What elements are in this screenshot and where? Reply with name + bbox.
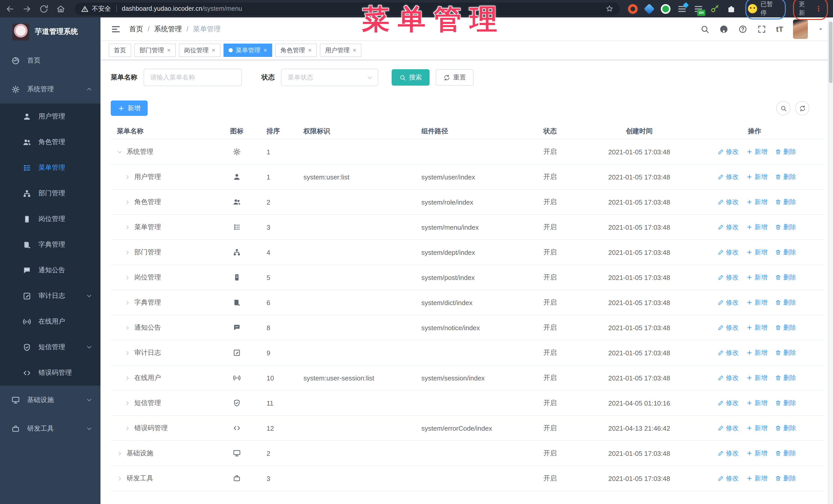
expand-chevron-icon[interactable]: [117, 476, 122, 481]
tab-close-icon[interactable]: ×: [167, 47, 171, 53]
show-search-button[interactable]: [776, 101, 790, 115]
tab-部门管理[interactable]: 部门管理×: [134, 44, 176, 57]
expand-chevron-icon[interactable]: [124, 224, 130, 230]
edit-link[interactable]: 修改: [718, 449, 739, 458]
extension-onebar-icon[interactable]: on: [694, 4, 703, 14]
add-child-link[interactable]: 新增: [746, 474, 767, 483]
sidebar-item-sms[interactable]: 短信管理: [0, 334, 100, 360]
sidebar-item-post[interactable]: 岗位管理: [0, 206, 100, 232]
add-child-link[interactable]: 新增: [746, 349, 767, 357]
sidebar-fold-icon[interactable]: [111, 24, 121, 34]
profile-paused-chip[interactable]: 已暂停: [745, 0, 786, 20]
delete-link[interactable]: 删除: [775, 198, 796, 207]
add-button[interactable]: 新增: [111, 100, 148, 116]
font-size-icon[interactable]: tT: [776, 25, 783, 33]
expand-chevron-icon[interactable]: [124, 400, 130, 406]
delete-link[interactable]: 删除: [775, 172, 796, 181]
edit-link[interactable]: 修改: [718, 474, 739, 483]
edit-link[interactable]: 修改: [718, 223, 739, 232]
edit-link[interactable]: 修改: [718, 323, 739, 332]
sidebar-item-dict[interactable]: 字典管理: [0, 232, 100, 257]
status-select[interactable]: 菜单状态: [281, 69, 378, 86]
expand-chevron-icon[interactable]: [124, 375, 130, 381]
edit-link[interactable]: 修改: [718, 349, 739, 357]
tab-close-icon[interactable]: ×: [308, 47, 312, 53]
edit-link[interactable]: 修改: [718, 399, 739, 407]
browser-reload-icon[interactable]: [39, 4, 49, 14]
add-child-link[interactable]: 新增: [746, 147, 767, 156]
edit-link[interactable]: 修改: [718, 172, 739, 181]
extension-gem-icon[interactable]: [644, 4, 654, 14]
sidebar-item-system[interactable]: 系统管理: [0, 75, 100, 103]
expand-chevron-icon[interactable]: [124, 199, 130, 205]
add-child-link[interactable]: 新增: [746, 172, 767, 181]
delete-link[interactable]: 删除: [775, 399, 796, 407]
sidebar-item-infra[interactable]: 基础设施: [0, 386, 100, 414]
tab-close-icon[interactable]: ×: [353, 47, 356, 53]
extension-donut-icon[interactable]: [628, 4, 638, 14]
sidebar-item-user[interactable]: 用户管理: [0, 103, 100, 129]
header-search-icon[interactable]: [700, 24, 710, 33]
expand-chevron-icon[interactable]: [124, 249, 130, 255]
expand-chevron-icon[interactable]: [124, 425, 130, 431]
add-child-link[interactable]: 新增: [746, 399, 767, 407]
refresh-table-button[interactable]: [795, 101, 809, 115]
browser-home-icon[interactable]: [56, 4, 66, 14]
sidebar-item-dept[interactable]: 部门管理: [0, 181, 100, 206]
edit-link[interactable]: 修改: [718, 273, 739, 282]
tab-close-icon[interactable]: ×: [263, 47, 267, 53]
add-child-link[interactable]: 新增: [746, 424, 767, 432]
expand-chevron-icon[interactable]: [117, 149, 122, 154]
tab-菜单管理[interactable]: 菜单管理×: [223, 44, 272, 57]
sidebar-item-online-user[interactable]: 在线用户: [0, 309, 100, 334]
edit-link[interactable]: 修改: [718, 248, 739, 257]
bookmark-star-icon[interactable]: [605, 5, 614, 13]
address-bar[interactable]: 不安全 dashboard.yudao.iocoder.cn/system/me…: [75, 2, 620, 15]
fullscreen-icon[interactable]: [757, 24, 766, 33]
help-icon[interactable]: [738, 24, 747, 33]
reset-button[interactable]: 重置: [436, 69, 474, 86]
sidebar-item-home[interactable]: 首页: [0, 46, 100, 75]
app-logo-row[interactable]: 芋道管理系统: [0, 18, 100, 46]
tab-岗位管理[interactable]: 岗位管理×: [179, 44, 220, 57]
tab-角色管理[interactable]: 角色管理×: [275, 44, 317, 57]
delete-link[interactable]: 删除: [775, 474, 796, 483]
expand-chevron-icon[interactable]: [124, 174, 130, 180]
sidebar-item-menu[interactable]: 菜单管理: [0, 155, 100, 181]
add-child-link[interactable]: 新增: [746, 198, 767, 207]
sidebar-item-notice[interactable]: 通知公告: [0, 257, 100, 283]
add-child-link[interactable]: 新增: [746, 298, 767, 307]
expand-chevron-icon[interactable]: [117, 450, 122, 456]
browser-forward-icon[interactable]: [22, 4, 32, 14]
scrollbar-thumb[interactable]: [829, 22, 832, 83]
edit-link[interactable]: 修改: [718, 374, 739, 382]
tab-用户管理[interactable]: 用户管理×: [320, 44, 361, 57]
tab-close-icon[interactable]: ×: [212, 47, 215, 53]
tab-首页[interactable]: 首页: [109, 44, 131, 57]
add-child-link[interactable]: 新增: [746, 323, 767, 332]
avatar-caret-down-icon[interactable]: [818, 26, 824, 32]
edit-link[interactable]: 修改: [718, 298, 739, 307]
browser-menu-dots-icon[interactable]: [815, 5, 822, 12]
sidebar-item-dev-tool[interactable]: 研发工具: [0, 414, 100, 443]
menu-name-input[interactable]: [144, 69, 242, 86]
browser-back-icon[interactable]: [5, 4, 15, 14]
add-child-link[interactable]: 新增: [746, 449, 767, 458]
extension-green-icon[interactable]: [661, 4, 670, 14]
user-avatar[interactable]: [793, 19, 808, 39]
browser-update-button[interactable]: 更新: [793, 0, 828, 20]
add-child-link[interactable]: 新增: [746, 223, 767, 232]
expand-chevron-icon[interactable]: [124, 274, 130, 280]
breadcrumb-system[interactable]: 系统管理: [154, 24, 182, 33]
edit-link[interactable]: 修改: [718, 424, 739, 432]
extension-key-icon[interactable]: [710, 4, 720, 14]
delete-link[interactable]: 删除: [775, 147, 796, 156]
expand-chevron-icon[interactable]: [124, 325, 130, 331]
delete-link[interactable]: 删除: [775, 323, 796, 332]
edit-link[interactable]: 修改: [718, 198, 739, 207]
delete-link[interactable]: 删除: [775, 349, 796, 357]
delete-link[interactable]: 删除: [775, 298, 796, 307]
add-child-link[interactable]: 新增: [746, 374, 767, 382]
delete-link[interactable]: 删除: [775, 223, 796, 232]
github-icon[interactable]: [719, 24, 729, 33]
